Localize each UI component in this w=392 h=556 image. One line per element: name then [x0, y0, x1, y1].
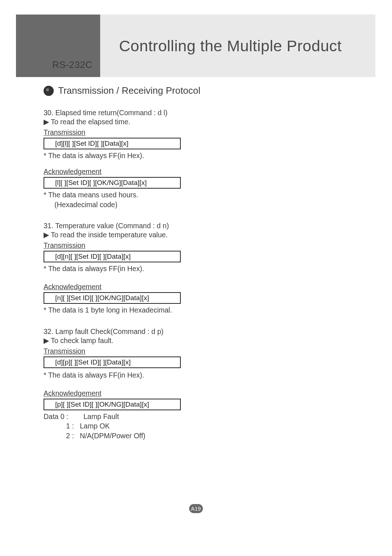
page-title: Controlling the Multiple Product: [119, 37, 342, 55]
data-key: Data 0 :: [44, 412, 83, 421]
data-value: Lamp OK: [80, 422, 110, 430]
command-31-ack-note: * The data is 1 byte long in Hexadecimal…: [44, 305, 356, 315]
command-31-desc: ▶ To read the inside temperature value.: [44, 231, 356, 239]
command-31-title: 31. Temperature value (Command : d n): [44, 222, 356, 230]
rs232c-label: RS-232C: [52, 59, 125, 70]
command-32-block: 32. Lamp fault Check(Command : d p) ▶ To…: [44, 327, 356, 440]
ack-label: Acknowledgement: [44, 168, 356, 176]
command-32-tx-box: [d][p][ ][Set ID][ ][Data][x]: [44, 356, 181, 368]
command-32-desc: ▶ To check lamp fault.: [44, 337, 356, 345]
command-30-title: 30. Elapsed time return(Command : d l): [44, 109, 356, 117]
list-item: 1 :Lamp OK: [44, 421, 356, 431]
command-31-ack-box: [n][ ][Set ID][ ][OK/NG][Data][x]: [44, 292, 181, 304]
transmission-label: Transmission: [44, 128, 356, 137]
command-32-tx-note: * The data is always FF(in Hex).: [44, 370, 356, 380]
command-32-ack-box: [p][ ][Set ID][ ][OK/NG][Data][x]: [44, 399, 181, 410]
ack-label: Acknowledgement: [44, 389, 356, 398]
list-item: Data 0 :Lamp Fault: [44, 412, 356, 421]
command-31-tx-box: [d][n][ ][Set ID][ ][Data][x]: [44, 251, 181, 262]
transmission-label: Transmission: [44, 347, 356, 355]
content-area: Transmission / Receiving Protocol 30. El…: [44, 85, 356, 453]
ack-label: Acknowledgement: [44, 283, 356, 291]
command-30-ack-note1: * The data means used hours.: [44, 190, 356, 200]
data-value: Lamp Fault: [83, 412, 119, 420]
command-30-desc: ▶ To read the elapsed time.: [44, 118, 356, 126]
transmission-label: Transmission: [44, 241, 356, 250]
command-31-tx-note: * The data is always FF(in Hex).: [44, 264, 356, 273]
command-31-block: 31. Temperature value (Command : d n) ▶ …: [44, 222, 356, 315]
command-30-tx-note: * The data is always FF(in Hex).: [44, 151, 356, 160]
page-number-badge: A19: [189, 504, 203, 513]
bullet-icon: [44, 86, 54, 96]
page-header: RS-232C Controlling the Multiple Product: [16, 15, 375, 77]
command-32-title: 32. Lamp fault Check(Command : d p): [44, 327, 356, 336]
data-key: 2 :: [66, 431, 80, 440]
header-light-block: RS-232C Controlling the Multiple Product: [100, 15, 375, 77]
command-30-ack-note2: (Hexadecimal code): [54, 200, 356, 209]
command-30-ack-box: [l][ ][Set ID][ ][OK/NG][Data][x]: [44, 177, 181, 189]
section-title: Transmission / Receiving Protocol: [58, 85, 200, 96]
command-30-block: 30. Elapsed time return(Command : d l) ▶…: [44, 109, 356, 209]
command-32-data-list: Data 0 :Lamp Fault 1 :Lamp OK 2 :N/A(DPM…: [44, 412, 356, 440]
section-heading: Transmission / Receiving Protocol: [44, 85, 356, 96]
data-key: 1 :: [66, 421, 80, 431]
list-item: 2 :N/A(DPM/Power Off): [44, 431, 356, 440]
command-30-tx-box: [d][l][ ][Set ID][ ][Data][x]: [44, 138, 181, 149]
data-value: N/A(DPM/Power Off): [80, 432, 146, 440]
